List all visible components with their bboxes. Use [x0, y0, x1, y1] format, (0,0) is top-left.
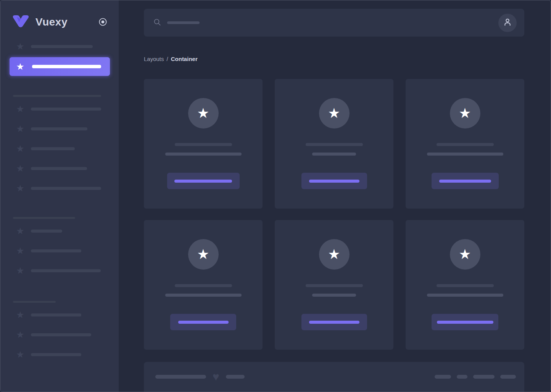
sidebar-section: ★ ★ ★	[10, 301, 110, 368]
footer-link-placeholder	[500, 375, 516, 379]
person-icon	[503, 17, 512, 29]
star-icon: ★	[16, 62, 25, 71]
star-icon: ★	[16, 310, 25, 320]
sidebar-section-header-placeholder	[13, 217, 75, 219]
sidebar-item[interactable]: ★	[10, 309, 110, 321]
card-action-button[interactable]	[170, 314, 236, 330]
menu-label-placeholder	[32, 65, 101, 68]
vuexy-logo-icon	[12, 15, 29, 29]
button-label-placeholder	[174, 180, 232, 183]
card-avatar: ★	[450, 98, 480, 129]
card: ★	[275, 220, 393, 350]
menu-label-placeholder	[31, 333, 91, 336]
card-action-button[interactable]	[432, 173, 499, 189]
search-bar[interactable]	[144, 9, 524, 37]
search-icon	[153, 18, 161, 28]
card-avatar: ★	[450, 239, 480, 270]
star-icon: ★	[16, 266, 25, 275]
menu-label-placeholder	[31, 147, 75, 150]
logo-row: Vuexy	[12, 16, 107, 28]
star-icon: ★	[197, 106, 209, 120]
card: ★	[144, 79, 263, 209]
star-icon: ★	[16, 42, 25, 51]
card-action-button[interactable]	[301, 314, 367, 330]
sidebar-item[interactable]: ★	[10, 143, 110, 155]
star-icon: ★	[328, 247, 340, 261]
button-label-placeholder	[439, 180, 491, 183]
button-label-placeholder	[309, 321, 359, 324]
card: ★	[144, 220, 263, 350]
card-title-placeholder	[437, 143, 494, 146]
card-subtitle-placeholder	[165, 153, 242, 156]
sidebar-item[interactable]: ★	[10, 40, 110, 53]
star-icon: ★	[459, 247, 471, 261]
menu-label-placeholder	[31, 313, 81, 316]
breadcrumb-parent-link[interactable]: Layouts	[144, 56, 164, 62]
card-subtitle-placeholder	[312, 153, 356, 156]
footer-text-placeholder	[155, 375, 206, 379]
star-icon: ★	[16, 227, 25, 236]
sidebar-section: ★ ★	[10, 40, 110, 84]
menu-label-placeholder	[31, 108, 101, 111]
card-action-button[interactable]	[301, 173, 367, 189]
card-title-placeholder	[175, 284, 232, 287]
breadcrumb-separator: /	[167, 56, 168, 62]
app-window: Vuexy ★ ★ ★ ★ ★ ★ ★ ★ ★	[0, 0, 551, 392]
search-placeholder-bar	[167, 21, 200, 24]
footer-link-placeholder	[435, 375, 451, 379]
card-avatar: ★	[319, 239, 350, 270]
card: ★	[406, 79, 524, 209]
sidebar-section-header-placeholder	[13, 95, 101, 97]
sidebar-item[interactable]: ★	[10, 349, 110, 361]
card-title-placeholder	[306, 284, 363, 287]
menu-label-placeholder	[31, 187, 101, 190]
sidebar-item[interactable]: ★	[10, 225, 110, 237]
menu-pin-toggle-icon[interactable]	[98, 18, 107, 26]
user-avatar[interactable]	[498, 14, 517, 32]
star-icon: ★	[16, 350, 25, 359]
card-title-placeholder	[306, 143, 363, 146]
footer-links	[435, 375, 516, 379]
menu-label-placeholder	[31, 269, 101, 272]
card-subtitle-placeholder	[312, 294, 356, 297]
star-icon: ★	[16, 104, 25, 114]
sidebar-section-header-placeholder	[13, 301, 56, 303]
star-icon: ★	[328, 106, 340, 120]
card-action-button[interactable]	[432, 314, 498, 330]
sidebar-item[interactable]: ★	[10, 182, 110, 194]
breadcrumb-current: Container	[171, 56, 198, 62]
heart-icon: ♥	[213, 375, 219, 379]
footer-card: ♥	[144, 362, 524, 392]
button-label-placeholder	[437, 321, 493, 324]
sidebar-item[interactable]: ★	[10, 245, 110, 257]
card: ★	[406, 220, 524, 350]
card: ★	[275, 79, 393, 209]
star-icon: ★	[16, 246, 25, 255]
cards-grid: ★ ★ ★ ★ ★	[144, 79, 524, 350]
sidebar-item[interactable]: ★	[10, 329, 110, 341]
footer-text-placeholder	[226, 375, 245, 379]
star-icon: ★	[197, 247, 209, 261]
sidebar-section: ★ ★ ★	[10, 217, 110, 284]
sidebar-item-active[interactable]: ★	[10, 57, 110, 76]
sidebar-item[interactable]: ★	[10, 265, 110, 277]
card-subtitle-placeholder	[427, 153, 503, 156]
card-subtitle-placeholder	[427, 294, 503, 297]
main-content: Layouts/Container ★ ★ ★ ★	[119, 0, 551, 392]
sidebar-item[interactable]: ★	[10, 123, 110, 135]
sidebar-item[interactable]: ★	[10, 103, 110, 115]
card-action-button[interactable]	[167, 173, 240, 189]
sidebar-nav: ★ ★ ★ ★ ★ ★ ★ ★ ★ ★ ★ ★ ★	[0, 28, 119, 368]
card-title-placeholder	[437, 284, 494, 287]
card-avatar: ★	[188, 98, 219, 129]
sidebar-item[interactable]: ★	[10, 162, 110, 175]
card-title-placeholder	[175, 143, 232, 146]
menu-label-placeholder	[31, 230, 62, 233]
card-subtitle-placeholder	[165, 294, 242, 297]
button-label-placeholder	[178, 321, 229, 324]
menu-label-placeholder	[31, 167, 87, 170]
sidebar-section: ★ ★ ★ ★ ★	[10, 95, 110, 202]
card-avatar: ★	[319, 98, 350, 129]
menu-label-placeholder	[31, 353, 81, 356]
app-title: Vuexy	[35, 16, 68, 28]
